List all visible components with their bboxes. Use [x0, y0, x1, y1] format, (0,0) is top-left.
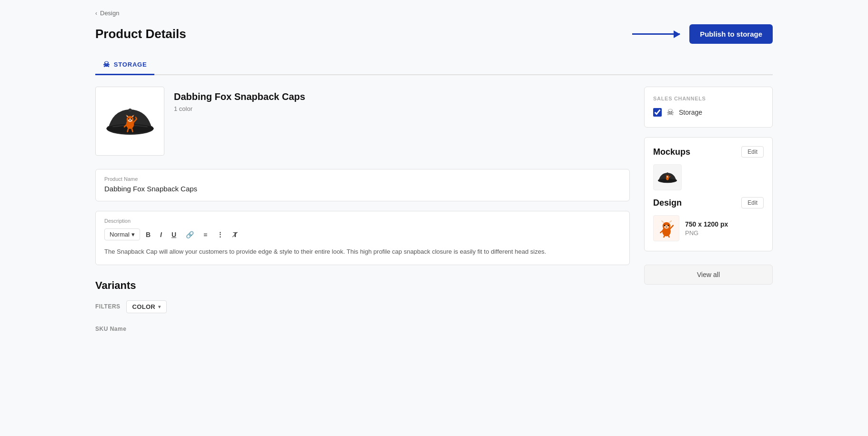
mockups-edit-button[interactable]: Edit: [741, 146, 764, 158]
italic-button[interactable]: I: [156, 229, 166, 240]
svg-point-11: [131, 119, 132, 120]
mockups-title: Mockups: [653, 147, 690, 157]
color-filter-label: COLOR: [132, 303, 155, 310]
arrow-indicator: [632, 33, 680, 35]
filters-label: FILTERS: [95, 303, 121, 310]
svg-point-25: [666, 176, 668, 178]
design-type: PNG: [685, 229, 728, 237]
dropdown-chevron-icon: ▾: [131, 231, 135, 238]
design-size: 750 x 1200 px: [685, 220, 728, 228]
product-color-count: 1 color: [174, 105, 305, 112]
tab-storage[interactable]: ☠ STORAGE: [95, 55, 154, 75]
breadcrumb-label: Design: [100, 10, 119, 17]
unordered-list-button[interactable]: ⋮: [213, 229, 227, 240]
svg-line-40: [668, 236, 669, 238]
design-thumbnail: [653, 215, 679, 241]
filters-row: FILTERS COLOR ▾: [95, 300, 630, 313]
clear-format-button[interactable]: T̸: [229, 229, 242, 240]
storage-tab-icon: ☠: [103, 60, 110, 69]
color-filter-chevron-icon: ▾: [158, 304, 161, 309]
bold-button[interactable]: B: [142, 229, 154, 240]
svg-point-20: [667, 172, 668, 174]
publish-button[interactable]: Publish to storage: [689, 24, 773, 44]
design-fox-icon: [657, 219, 676, 238]
svg-point-12: [129, 120, 131, 121]
text-style-label: Normal: [110, 231, 130, 238]
content-area: Dabbing Fox Snapback Caps 1 color Produc…: [95, 87, 773, 334]
design-meta: 750 x 1200 px PNG: [685, 220, 728, 237]
editor-toolbar: Normal ▾ B I U 🔗 ≡ ⋮ T̸: [104, 228, 621, 240]
product-name: Dabbing Fox Snapback Caps: [174, 91, 305, 102]
svg-line-39: [663, 236, 664, 238]
hat-image: [104, 101, 156, 141]
mockup-thumbnail: [653, 164, 682, 190]
ordered-list-button[interactable]: ≡: [200, 229, 211, 240]
underline-button[interactable]: U: [168, 229, 180, 240]
sales-channels-title: SALES CHANNELS: [653, 96, 764, 101]
product-name-input[interactable]: [104, 185, 621, 193]
svg-point-34: [664, 225, 665, 226]
page-header: Product Details Publish to storage: [95, 24, 773, 44]
storage-channel-name: Storage: [679, 109, 702, 116]
storage-channel-checkbox[interactable]: [653, 108, 662, 117]
channel-row: ☠ Storage: [653, 107, 764, 118]
arrow-line: [632, 33, 680, 35]
product-info: Dabbing Fox Snapback Caps 1 color: [174, 87, 305, 112]
design-header: Design Edit: [653, 197, 764, 208]
tabs-row: ☠ STORAGE: [95, 55, 773, 75]
view-all-button[interactable]: View all: [644, 265, 773, 285]
svg-point-2: [128, 109, 131, 112]
design-item: 750 x 1200 px PNG: [653, 215, 764, 241]
product-image: [95, 87, 164, 156]
product-name-label: Product Name: [104, 176, 621, 182]
product-name-field: Product Name: [95, 169, 630, 201]
variants-title: Variants: [95, 279, 630, 292]
sidebar: SALES CHANNELS ☠ Storage Mockups Edit: [644, 87, 773, 285]
design-edit-button[interactable]: Edit: [741, 197, 764, 208]
header-actions: Publish to storage: [632, 24, 773, 44]
svg-line-17: [131, 129, 132, 131]
sales-channels-card: SALES CHANNELS ☠ Storage: [644, 87, 773, 128]
product-card: Dabbing Fox Snapback Caps 1 color: [95, 87, 630, 156]
mockups-header: Mockups Edit: [653, 146, 764, 158]
color-filter-button[interactable]: COLOR ▾: [126, 300, 167, 313]
tab-storage-label: STORAGE: [114, 61, 147, 68]
svg-point-35: [667, 225, 669, 226]
text-style-select[interactable]: Normal ▾: [104, 228, 140, 240]
variants-section: Variants FILTERS COLOR ▾ SKU Name: [95, 279, 630, 334]
sku-column-header: SKU Name: [95, 321, 630, 334]
mockup-hat-icon: [657, 168, 678, 187]
mockups-card: Mockups Edit: [644, 137, 773, 251]
description-field: Description Normal ▾ B I U 🔗 ≡ ⋮ T̸: [95, 211, 630, 265]
svg-point-36: [666, 226, 667, 227]
description-label: Description: [104, 218, 621, 224]
breadcrumb[interactable]: ‹ Design: [95, 10, 773, 17]
svg-line-16: [127, 129, 128, 131]
design-title: Design: [653, 198, 682, 208]
description-text[interactable]: The Snapback Cap will allow your custome…: [104, 247, 621, 257]
breadcrumb-chevron-icon: ‹: [95, 10, 97, 17]
page-title: Product Details: [95, 27, 186, 41]
main-content: Dabbing Fox Snapback Caps 1 color Produc…: [95, 87, 630, 334]
svg-point-10: [128, 119, 129, 120]
link-button[interactable]: 🔗: [182, 229, 198, 240]
storage-channel-icon: ☠: [666, 107, 674, 118]
